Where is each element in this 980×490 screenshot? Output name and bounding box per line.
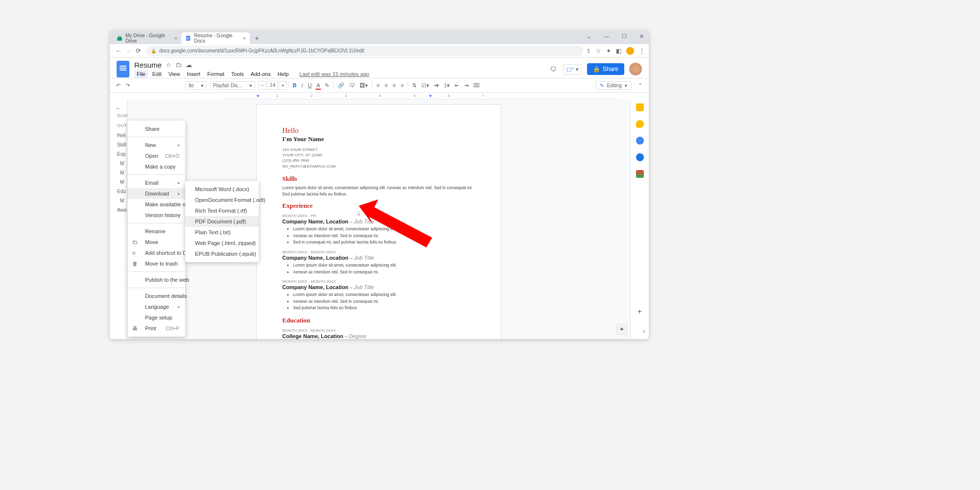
document-page[interactable]: Hello I'm Your Name 123 YOUR STREET YOUR… (256, 104, 501, 339)
download-odt[interactable]: OpenDocument Format (.odt) (185, 195, 259, 205)
menu-version-history[interactable]: Version history▸ (127, 210, 185, 220)
menu-email[interactable]: Email▸ (127, 177, 185, 188)
font-size-increase[interactable]: + (279, 81, 287, 90)
menu-publish[interactable]: Publish to the web (127, 274, 185, 285)
align-justify-button[interactable]: ≡ (398, 81, 406, 90)
side-panel-expand-icon[interactable]: › (643, 327, 645, 335)
menu-open[interactable]: OpenCtrl+O (127, 150, 185, 161)
outline-item[interactable]: M (120, 179, 128, 185)
indent-marker[interactable]: ▼ (428, 94, 432, 98)
menu-page-setup[interactable]: Page setup (127, 312, 185, 323)
text-color-button[interactable]: A (314, 81, 322, 90)
keep-icon[interactable] (636, 120, 644, 128)
download-pdf[interactable]: PDF Document (.pdf) (185, 216, 259, 227)
menu-file[interactable]: File (134, 70, 148, 78)
align-left-button[interactable]: ≡ (374, 81, 382, 90)
share-button[interactable]: 🔒 Share (587, 63, 624, 75)
outline-item[interactable]: M (120, 198, 128, 203)
paragraph-style-select[interactable]: tle▾ (185, 81, 207, 90)
insert-link-button[interactable]: 🔗 (335, 81, 347, 90)
font-size-decrease[interactable]: − (258, 81, 266, 90)
menu-view[interactable]: View (166, 70, 183, 78)
outline-toggle-icon[interactable]: ← (110, 102, 127, 114)
new-tab-button[interactable]: + (252, 33, 262, 43)
sidepanel-icon[interactable]: ◧ (616, 48, 621, 54)
extensions-icon[interactable]: ✦ (606, 48, 611, 54)
menu-language[interactable]: Language▸ (127, 301, 185, 312)
menu-download[interactable]: Download▸ (127, 188, 185, 199)
menu-rename[interactable]: Rename (127, 226, 185, 237)
menu-offline[interactable]: Make available offline (127, 199, 185, 210)
maximize-icon[interactable]: ☐ (619, 32, 630, 41)
font-size-input[interactable]: 14 (267, 81, 278, 90)
line-spacing-button[interactable]: ⇅ (410, 81, 419, 90)
outline-item[interactable]: M (120, 161, 128, 166)
decrease-indent-button[interactable]: ⇤ (452, 81, 462, 90)
collapse-toolbar-button[interactable]: ⌃ (636, 81, 645, 90)
undo-button[interactable]: ↶ (114, 81, 123, 90)
cloud-status-icon[interactable]: ☁ (186, 61, 192, 69)
redo-button[interactable]: ↷ (123, 81, 132, 90)
explore-button[interactable]: ✦ (616, 324, 627, 335)
outline-item[interactable]: M (120, 170, 128, 175)
ruler[interactable]: ▼ 1 2 3 4 5 ▼ 6 7 (222, 93, 619, 99)
comment-history-icon[interactable]: 🗨 (548, 64, 558, 75)
document-title[interactable]: Resume (134, 61, 162, 69)
indent-marker[interactable]: ▼ (256, 94, 260, 98)
outline-item[interactable]: Exp (117, 151, 128, 157)
menu-edit[interactable]: Edit (150, 70, 164, 78)
docs-logo-icon[interactable] (117, 61, 129, 77)
underline-button[interactable]: U (305, 81, 314, 90)
menu-addons[interactable]: Add-ons (248, 70, 273, 78)
outline-item[interactable]: Skill (117, 142, 128, 147)
bold-button[interactable]: B (290, 81, 299, 90)
reload-button[interactable]: ⟳ (133, 47, 143, 54)
profile-avatar[interactable] (626, 47, 634, 55)
maps-icon[interactable] (636, 170, 644, 178)
menu-share[interactable]: Share (127, 123, 185, 134)
tab-close-icon[interactable]: × (174, 35, 177, 41)
download-txt[interactable]: Plain Text (.txt) (185, 227, 259, 238)
italic-button[interactable]: I (299, 81, 305, 90)
url-input[interactable]: 🔒 docs.google.com/document/d/1uocRWH-Gcj… (146, 46, 583, 56)
add-addon-icon[interactable]: + (637, 307, 642, 316)
numbered-list-button[interactable]: 1▾ (441, 81, 452, 90)
increase-indent-button[interactable]: ⇥ (462, 81, 471, 90)
menu-print[interactable]: 🖶PrintCtrl+P (127, 323, 185, 334)
menu-help[interactable]: Help (275, 70, 291, 78)
highlight-button[interactable]: ✎ (322, 81, 332, 90)
insert-image-button[interactable]: 🖼▾ (357, 81, 370, 90)
menu-insert[interactable]: Insert (184, 70, 203, 78)
browser-tab-docs[interactable]: Resume - Google Docs × (181, 32, 250, 44)
minimize-icon[interactable]: ― (601, 32, 612, 41)
share-page-icon[interactable]: ⇪ (586, 48, 591, 54)
menu-tools[interactable]: Tools (229, 70, 246, 78)
download-html[interactable]: Web Page (.html, zipped) (185, 238, 259, 248)
editing-mode-button[interactable]: ✎ Editing ▾ (595, 81, 632, 90)
browser-tab-drive[interactable]: My Drive - Google Drive × (113, 32, 181, 44)
menu-make-copy[interactable]: Make a copy (127, 161, 185, 172)
menu-format[interactable]: Format (205, 70, 227, 78)
chrome-menu-icon[interactable]: ⋮ (639, 48, 645, 54)
close-window-icon[interactable]: ✕ (637, 32, 647, 41)
account-avatar[interactable] (629, 63, 642, 75)
download-epub[interactable]: EPUB Publication (.epub) (185, 248, 259, 259)
window-dropdown-icon[interactable]: ⌄ (584, 32, 594, 41)
checklist-button[interactable]: ☑▾ (419, 81, 432, 90)
menu-move[interactable]: 🗀Move (127, 237, 185, 247)
insert-comment-button[interactable]: 🗨 (347, 81, 357, 90)
align-center-button[interactable]: ≡ (382, 81, 390, 90)
bookmark-icon[interactable]: ☆ (596, 48, 601, 54)
align-right-button[interactable]: ≡ (390, 81, 398, 90)
outline-item[interactable]: Edu (117, 189, 128, 194)
outline-item[interactable]: Awa (117, 207, 128, 213)
tab-close-icon[interactable]: × (243, 35, 246, 41)
move-icon[interactable]: 🗀 (175, 61, 182, 69)
tasks-icon[interactable] (636, 137, 644, 145)
outline-item[interactable]: Hell (117, 133, 128, 138)
forward-button[interactable]: → (123, 47, 133, 54)
menu-details[interactable]: Document details (127, 291, 185, 301)
present-button[interactable]: ▢⁺ ▾ (563, 64, 582, 74)
download-rtf[interactable]: Rich Text Format (.rtf) (185, 205, 259, 216)
contacts-icon[interactable] (636, 153, 644, 161)
